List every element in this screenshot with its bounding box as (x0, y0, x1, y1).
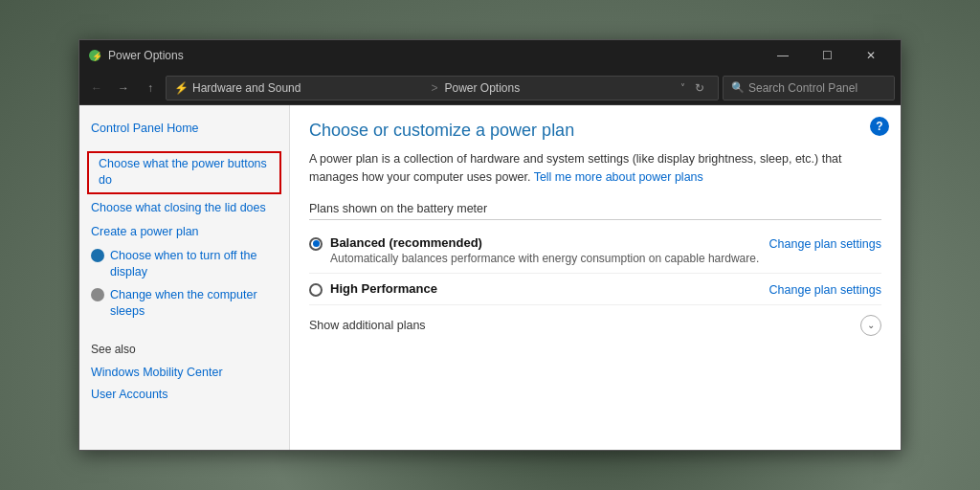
see-also-title: See also (91, 343, 278, 356)
address-dropdown-icon: ˅ (680, 82, 685, 93)
sidebar-item-home[interactable]: Control Panel Home (79, 117, 289, 142)
page-title: Choose or customize a power plan (309, 121, 881, 141)
radio-balanced-fill (313, 240, 320, 247)
address-breadcrumb-part2: Power Options (445, 81, 678, 95)
address-separator: > (432, 81, 438, 95)
plan-balanced-desc: Automatically balances performance with … (330, 252, 759, 265)
radio-high-performance[interactable] (309, 283, 323, 297)
sidebar-item-sleeps-label: Change when the computer sleeps (110, 287, 278, 321)
sleeps-icon (91, 288, 104, 301)
svg-text:⚡: ⚡ (92, 51, 101, 62)
radio-balanced[interactable] (309, 237, 323, 251)
search-bar[interactable]: 🔍 Search Control Panel (723, 76, 895, 100)
forward-button[interactable]: → (112, 77, 135, 100)
plan-high-performance-name: High Performance (330, 281, 437, 296)
plan-high-performance-info: High Performance (330, 281, 437, 296)
sidebar-item-computer-sleeps[interactable]: Change when the computer sleeps (79, 284, 289, 323)
sidebar-item-user-accounts[interactable]: User Accounts (91, 384, 278, 407)
change-plan-high-performance-link[interactable]: Change plan settings (769, 283, 881, 297)
refresh-button[interactable]: ↻ (689, 78, 710, 99)
change-plan-balanced-link[interactable]: Change plan settings (769, 237, 881, 251)
help-button[interactable]: ? (870, 117, 889, 136)
sidebar-item-closing-lid[interactable]: Choose what closing the lid does (79, 196, 289, 221)
page-description: A power plan is a collection of hardware… (309, 150, 864, 187)
close-button[interactable]: ✕ (849, 40, 893, 71)
plan-item-balanced: Balanced (recommended) Automatically bal… (309, 228, 881, 274)
main-panel: ? Choose or customize a power plan A pow… (290, 105, 901, 450)
titlebar: ⚡ Power Options — ☐ ✕ (79, 40, 901, 71)
plan-item-high-performance: High Performance Change plan settings (309, 274, 881, 305)
see-also-section: See also Windows Mobility Center User Ac… (79, 343, 289, 407)
toolbar: ← → ↑ ⚡ Hardware and Sound > Power Optio… (79, 71, 901, 105)
window-icon: ⚡ (87, 48, 102, 63)
address-breadcrumb-part1: Hardware and Sound (192, 81, 425, 95)
sidebar-item-create-plan[interactable]: Create a power plan (79, 220, 289, 245)
plan-balanced-info: Balanced (recommended) Automatically bal… (330, 235, 759, 265)
plan-high-performance-left: High Performance (309, 281, 437, 297)
plan-balanced-left: Balanced (recommended) Automatically bal… (309, 235, 759, 265)
minimize-button[interactable]: — (761, 40, 805, 71)
sidebar-item-turn-off-label: Choose when to turn off the display (110, 248, 278, 281)
search-placeholder: Search Control Panel (748, 81, 858, 95)
search-icon: 🔍 (731, 81, 745, 94)
plan-balanced-name: Balanced (recommended) (330, 235, 759, 250)
plans-section-label: Plans shown on the battery meter (309, 202, 881, 220)
up-button[interactable]: ↑ (139, 77, 162, 100)
maximize-button[interactable]: ☐ (805, 40, 849, 71)
address-bar[interactable]: ⚡ Hardware and Sound > Power Options ˅ ↻ (166, 76, 719, 100)
sidebar-item-turn-off-display[interactable]: Choose when to turn off the display (79, 245, 289, 284)
learn-more-link[interactable]: Tell me more about power plans (534, 170, 703, 184)
show-additional-label: Show additional plans (309, 319, 426, 332)
window-title: Power Options (108, 49, 761, 62)
window-controls: — ☐ ✕ (761, 40, 893, 71)
sidebar: Control Panel Home Choose what the power… (79, 105, 290, 450)
content-area: Control Panel Home Choose what the power… (79, 105, 901, 450)
chevron-down-icon: ⌄ (860, 315, 881, 336)
turn-off-icon (91, 249, 104, 262)
sidebar-item-power-buttons[interactable]: Choose what the power buttons do (87, 151, 281, 194)
show-additional-plans[interactable]: Show additional plans ⌄ (309, 305, 881, 345)
address-icon: ⚡ (174, 81, 189, 95)
main-window: ⚡ Power Options — ☐ ✕ ← → ↑ ⚡ Hardware a… (78, 39, 902, 451)
back-button[interactable]: ← (85, 77, 108, 100)
sidebar-item-mobility-center[interactable]: Windows Mobility Center (91, 362, 278, 385)
